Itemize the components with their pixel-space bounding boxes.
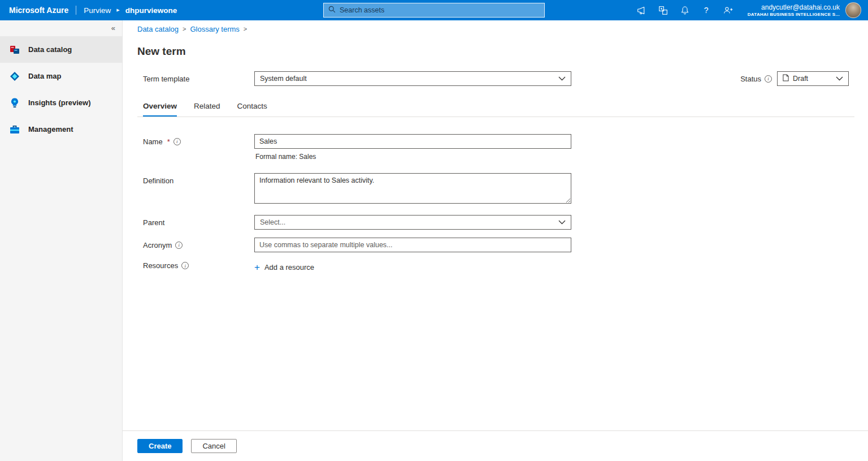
sidebar-nav: Data catalog Data map Insights (preview)… (0, 36, 122, 143)
term-template-dropdown[interactable]: System default (254, 71, 571, 86)
data-map-icon (9, 71, 20, 82)
global-search-box[interactable] (323, 3, 545, 18)
breadcrumb-separator: > (244, 25, 247, 32)
document-icon (783, 74, 789, 83)
acronym-input[interactable] (254, 238, 571, 252)
status-dropdown[interactable]: Draft (777, 71, 849, 86)
notifications-bell-icon[interactable] (674, 0, 696, 20)
search-icon (328, 6, 336, 15)
info-icon[interactable]: i (173, 138, 181, 145)
parent-label: Parent (143, 218, 254, 227)
parent-row: Parent Select... (123, 215, 868, 230)
sidebar-collapse-button[interactable]: « (111, 24, 115, 32)
term-template-value: System default (260, 75, 307, 83)
avatar[interactable] (845, 2, 861, 18)
topbar-divider (76, 6, 76, 15)
name-label: Name* i (143, 134, 254, 149)
breadcrumb: Data catalog > Glossary terms > (123, 20, 868, 37)
chevron-down-icon (836, 75, 843, 83)
chevron-down-icon (558, 75, 566, 83)
tab-related[interactable]: Related (194, 102, 220, 117)
switch-directory-icon[interactable] (653, 0, 674, 20)
chevron-down-icon (558, 218, 566, 226)
create-button[interactable]: Create (137, 439, 183, 453)
topbar-right: ? andycutler@datahai.co.uk DATAHAI BUSIN… (631, 0, 868, 20)
sidebar-item-label: Management (28, 125, 73, 133)
info-icon[interactable]: i (181, 262, 189, 269)
help-icon[interactable]: ? (696, 0, 717, 20)
main-content: Data catalog > Glossary terms > New term… (123, 20, 868, 461)
page-title: New term (137, 45, 868, 58)
add-resource-button[interactable]: + Add a resource (254, 261, 314, 272)
add-resource-label: Add a resource (264, 263, 314, 272)
status-label: Status i (740, 75, 772, 83)
top-bar: Microsoft Azure Purview ▶ dhpurviewone ?… (0, 0, 868, 20)
formal-name-text: Formal name: Sales (254, 153, 571, 161)
acronym-label: Acronym i (143, 241, 254, 249)
insights-icon (9, 97, 20, 109)
definition-row: Definition Information relevant to Sales… (123, 173, 868, 204)
data-catalog-icon (9, 44, 20, 55)
account-menu[interactable]: andycutler@datahai.co.uk DATAHAI BUSINES… (748, 3, 840, 18)
breadcrumb-glossary-terms[interactable]: Glossary terms (190, 25, 239, 33)
parent-placeholder: Select... (260, 218, 285, 226)
name-row: Name* i Formal name: Sales (123, 134, 868, 161)
search-input[interactable] (340, 6, 540, 14)
sidebar-item-label: Insights (preview) (28, 98, 91, 107)
breadcrumb-caret-icon: ▶ (116, 8, 119, 12)
tabs-divider (137, 117, 854, 117)
tab-bar: Overview Related Contacts (143, 102, 868, 117)
user-email: andycutler@datahai.co.uk (748, 3, 840, 12)
term-template-label: Term template (143, 75, 254, 83)
sidebar-item-insights[interactable]: Insights (preview) (0, 89, 122, 116)
breadcrumb-data-catalog[interactable]: Data catalog (137, 25, 179, 33)
resources-row: Resources i + Add a resource (123, 261, 868, 272)
definition-label: Definition (143, 173, 254, 185)
footer-divider (123, 430, 868, 431)
left-sidebar: « Data catalog Data map Insights (previe… (0, 20, 123, 461)
sidebar-item-data-catalog[interactable]: Data catalog (0, 36, 122, 63)
footer-actions: Create Cancel (137, 439, 237, 453)
product-name[interactable]: Purview (84, 6, 111, 15)
name-field-group: Formal name: Sales (254, 134, 571, 161)
tab-contacts[interactable]: Contacts (237, 102, 267, 117)
tab-overview[interactable]: Overview (143, 102, 177, 117)
term-template-row: Term template System default Status i Dr… (123, 71, 868, 86)
required-marker: * (167, 137, 170, 146)
sidebar-item-label: Data catalog (28, 45, 72, 54)
info-icon[interactable]: i (175, 242, 183, 249)
management-icon (9, 124, 20, 135)
azure-logo[interactable]: Microsoft Azure (9, 6, 68, 15)
status-group: Status i Draft (740, 71, 849, 86)
parent-dropdown[interactable]: Select... (254, 215, 571, 230)
acronym-row: Acronym i (123, 238, 868, 252)
invite-user-icon[interactable] (717, 0, 739, 20)
cancel-button[interactable]: Cancel (191, 439, 236, 453)
user-organization: DATAHAI BUSINESS INTELLIGENCE S... (748, 12, 840, 18)
sidebar-item-management[interactable]: Management (0, 116, 122, 143)
status-value: Draft (793, 75, 808, 83)
plus-icon: + (254, 262, 260, 272)
purview-account-name[interactable]: dhpurviewone (125, 6, 177, 15)
breadcrumb-separator: > (183, 25, 186, 32)
definition-textarea[interactable]: Information relevant to Sales activity. (254, 173, 571, 204)
info-icon[interactable]: i (765, 75, 772, 83)
megaphone-icon[interactable] (631, 0, 653, 20)
sidebar-item-data-map[interactable]: Data map (0, 63, 122, 89)
sidebar-item-label: Data map (28, 72, 62, 80)
name-input[interactable] (254, 134, 571, 149)
resources-label: Resources i (143, 261, 254, 270)
